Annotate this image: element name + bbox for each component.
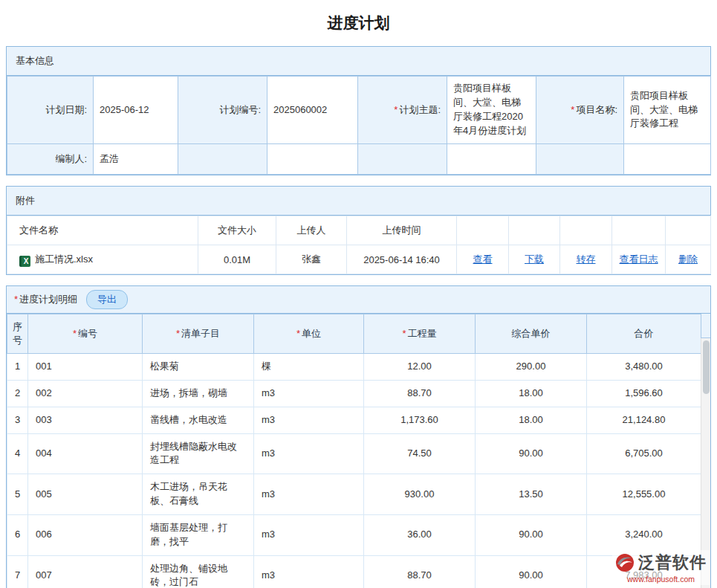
cell-quantity: 12.00: [364, 354, 476, 381]
col-code-label: 编号: [78, 328, 97, 339]
plan-subject-label: *计划主题:: [358, 77, 447, 144]
cell-unit-price: 18.00: [476, 407, 587, 433]
cell-serial: 7: [7, 555, 28, 588]
table-row: 1 001 松果菊 棵 12.00 290.00 3,480.00: [7, 354, 701, 381]
cell-total: 12,555.00: [587, 474, 701, 515]
plan-subject-value: 贵阳项目样板间、大堂、电梯厅装修工程2020年4月份进度计划: [447, 77, 536, 144]
excel-icon: X: [19, 256, 30, 267]
detail-title-wrap: *进度计划明细: [14, 293, 77, 306]
empty-cell: [447, 144, 536, 175]
page: 进度计划 基本信息 计划日期: 2025-06-12 计划编号:: [0, 0, 717, 588]
col-uploader: 上传人: [276, 216, 347, 245]
plan-no-label-text: 计划编号:: [219, 104, 261, 115]
table-row: 4 004 封埋线槽隐蔽水电改造工程 m3 74.50 90.00 6,705.…: [7, 433, 701, 474]
table-row: 3 003 凿线槽，水电改造 m3 1,173.60 18.00 21,124.…: [7, 407, 701, 433]
cell-unit: m3: [254, 555, 364, 588]
view-log-link[interactable]: 查看日志: [620, 253, 658, 265]
cell-code: 001: [28, 354, 143, 381]
cell-code: 002: [28, 380, 143, 407]
cell-serial: 2: [7, 380, 28, 407]
cell-quantity: 74.50: [364, 433, 476, 474]
cell-quantity: 88.70: [364, 380, 476, 407]
table-row: 6 006 墙面基层处理，打磨，找平 m3 36.00 90.00 3,240.…: [7, 514, 701, 555]
cell-item: 进场，拆墙，砌墙: [143, 380, 254, 407]
empty-cell: [178, 144, 267, 175]
cell-unit: m3: [254, 407, 364, 433]
basic-info-panel: 基本信息 计划日期: 2025-06-12 计划编号: 2025060002: [6, 46, 711, 175]
required-mark: *: [14, 294, 18, 305]
cell-serial: 1: [7, 354, 28, 381]
col-file-size: 文件大小: [198, 216, 276, 245]
plan-no-label: 计划编号:: [178, 77, 267, 144]
file-uploader: 张鑫: [276, 245, 347, 274]
file-name-cell: X施工情况.xlsx: [7, 245, 198, 274]
detail-table-area: 序号 *编号 *清单子目 *单位 *工程量 综合单价 合价 1 001: [7, 314, 710, 588]
brand-url: www.fanpusoft.com: [615, 575, 707, 584]
plan-subject-label-text: 计划主题:: [399, 104, 441, 115]
export-button[interactable]: 导出: [86, 290, 128, 309]
cell-total: 1,596.60: [587, 380, 701, 407]
cell-item: 凿线槽，水电改造: [143, 407, 254, 433]
vertical-scrollbar[interactable]: [701, 314, 710, 588]
required-mark: *: [176, 328, 180, 339]
empty-cell: [536, 144, 624, 175]
cell-serial: 6: [7, 514, 28, 555]
required-mark: *: [571, 104, 574, 115]
col-action-empty: [509, 216, 560, 245]
required-mark: *: [394, 104, 398, 115]
attachments-header: 附件: [7, 187, 710, 216]
cell-unit-price: 90.00: [476, 555, 587, 588]
cell-serial: 5: [7, 474, 28, 515]
scrollbar-header-cap: [701, 314, 710, 338]
view-link[interactable]: 查看: [473, 253, 493, 265]
cell-quantity: 36.00: [364, 514, 476, 555]
col-quantity: *工程量: [364, 314, 476, 354]
cell-quantity: 1,173.60: [364, 407, 476, 433]
detail-header-row: 序号 *编号 *清单子目 *单位 *工程量 综合单价 合价: [7, 314, 701, 354]
cell-unit-price: 90.00: [476, 514, 587, 555]
creator-label: 编制人:: [7, 144, 94, 175]
file-size: 0.01M: [198, 245, 276, 274]
transfer-link[interactable]: 转存: [577, 253, 596, 265]
brand-watermark: 泛普软件 www.fanpusoft.com: [612, 550, 710, 585]
col-item: *清单子目: [143, 314, 254, 354]
creator-value: 孟浩: [94, 144, 178, 175]
action-cell: 查看日志: [612, 245, 666, 274]
cell-serial: 4: [7, 433, 28, 474]
detail-header-bar: *进度计划明细 导出: [7, 286, 710, 314]
col-action-empty: [666, 216, 711, 245]
page-title: 进度计划: [6, 0, 711, 46]
detail-panel: *进度计划明细 导出 序号 *编号 *清单子目 *单位 *工程量 综合单价: [6, 285, 711, 588]
col-action-empty: [457, 216, 509, 245]
col-item-label: 清单子目: [181, 328, 220, 339]
cell-unit: m3: [254, 474, 364, 515]
scrollbar-thumb[interactable]: [703, 340, 710, 394]
plan-date-label: 计划日期:: [7, 77, 94, 144]
table-row: 2 002 进场，拆墙，砌墙 m3 88.70 18.00 1,596.60: [7, 380, 701, 407]
col-quantity-label: 工程量: [408, 328, 437, 339]
required-mark: *: [296, 328, 300, 339]
col-upload-time: 上传时间: [347, 216, 457, 245]
delete-link[interactable]: 删除: [678, 253, 698, 265]
fanpu-logo-icon: [615, 553, 635, 572]
cell-total: 3,480.00: [587, 354, 701, 381]
attachments-table: 文件名称 文件大小 上传人 上传时间 X施工情况.xlsx 0.01M 张鑫: [7, 216, 711, 274]
cell-code: 005: [28, 474, 143, 515]
basic-info-table: 计划日期: 2025-06-12 计划编号: 2025060002 *计划主题:…: [7, 76, 711, 175]
cell-total: 3,240.00: [587, 514, 701, 555]
action-cell: 转存: [560, 245, 612, 274]
creator-label-text: 编制人:: [55, 153, 87, 164]
col-code: *编号: [28, 314, 143, 354]
required-mark: *: [402, 328, 406, 339]
cell-item: 松果菊: [143, 354, 254, 381]
cell-code: 007: [28, 555, 143, 588]
empty-cell: [267, 144, 358, 175]
col-action-empty: [612, 216, 666, 245]
attachments-panel: 附件 文件名称 文件大小 上传人 上传时间: [6, 186, 711, 275]
plan-date-label-text: 计划日期:: [45, 104, 87, 115]
basic-info-header: 基本信息: [7, 47, 710, 76]
download-link[interactable]: 下载: [525, 253, 544, 265]
cell-unit: m3: [254, 380, 364, 407]
required-mark: *: [73, 328, 77, 339]
col-unit-label: 单位: [302, 328, 321, 339]
